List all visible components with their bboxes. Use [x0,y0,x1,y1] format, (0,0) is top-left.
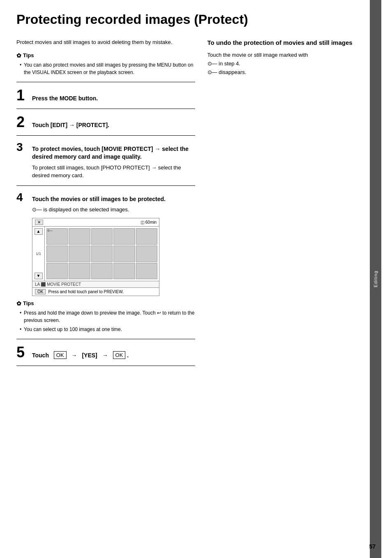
preview-text: Press and hold touch panel to PREVIEW. [48,289,123,294]
thumb-10[interactable] [136,245,157,262]
tips-icon-1: ✿ [16,52,21,59]
tips-title-1: ✿ Tips [16,52,195,59]
thumb-5[interactable] [136,228,157,245]
thumb-9[interactable] [113,245,135,262]
step-4-text: Touch the movies or still images to be p… [32,195,166,204]
camera-ui-nav: ▲ 1/1 ▼ [32,227,45,281]
thumb-15[interactable] [136,263,157,279]
divider-2 [16,109,195,109]
thumb-4[interactable] [113,228,135,245]
camera-ui-header: ✕ ◫ 60min [32,218,159,227]
camera-ui-screenshot: ✕ ◫ 60min ▲ 1/1 ▼ [32,218,159,296]
step-1-number: 1 [16,88,28,103]
side-tab-label: Editing [373,271,378,287]
step-5-arrow1: → [71,352,77,359]
thumb-14[interactable] [113,263,135,279]
col-right: To undo the protection of movies and sti… [208,38,354,366]
close-button[interactable]: ✕ [35,220,43,225]
battery-indicator: ◫ 60min [141,220,157,225]
camera-ui-grid: ▲ 1/1 ▼ [32,227,159,281]
col-left: Protect movies and still images to avoid… [16,38,195,366]
step-5-arrow2: → [102,352,108,359]
page-container: Protecting recorded images (Protect) Pro… [0,0,392,558]
two-col-layout: Protect movies and still images to avoid… [16,38,353,366]
divider-3 [16,135,195,136]
nav-up-btn[interactable]: ▲ [35,228,43,235]
tips-section-1: ✿ Tips You can also protect movies and s… [16,52,195,76]
step-5-yes: [YES] [82,352,97,359]
step-5-ok1: OK [54,351,67,359]
thumb-12[interactable] [69,263,90,279]
footer-label: LA ⬛ MOVIE PROTECT [35,282,81,287]
ok-button-camera[interactable]: OK [35,289,46,294]
camera-ui-footer: LA ⬛ MOVIE PROTECT [32,281,159,287]
step-3-number: 3 [16,141,28,153]
page-indicator: 1/1 [36,252,41,256]
step-4-subtext: ⊙— is displayed on the selected images. [32,206,195,214]
tips-icon-2: ✿ [16,300,21,307]
intro-text: Protect movies and still images to avoid… [16,38,195,46]
tips-section-2: ✿ Tips Press and hold the image down to … [16,300,195,333]
step-3-text: To protect movies, touch [MOVIE PROTECT]… [32,145,195,161]
thumb-13[interactable] [91,263,113,279]
right-line-3: ⊙— disappears. [208,68,354,77]
step-5-ok2: OK [113,351,126,359]
thumbnail-grid [45,227,159,281]
tips-item-2-1: Press and hold the image down to preview… [20,309,195,324]
thumb-2[interactable] [69,228,90,245]
tips-item-1-1: You can also protect movies and still im… [20,61,195,76]
step-5-period: . [127,352,129,359]
step-5-row: 5 Touch OK → [YES] → OK. [16,345,195,360]
right-section-text: Touch the movie or still image marked wi… [208,51,354,76]
side-tab: Editing [370,0,381,558]
right-line-2: ⊙— in step 4. [208,60,354,68]
tips-title-2: ✿ Tips [16,300,195,307]
tips-list-2: Press and hold the image down to preview… [16,309,195,333]
tips-list-1: You can also protect movies and still im… [16,61,195,76]
divider-4 [16,185,195,186]
step-5-text: Touch OK → [YES] → OK. [32,351,129,359]
divider-1 [16,82,195,82]
nav-down-btn[interactable]: ▼ [35,273,43,279]
step-1-text: Press the MODE button. [32,95,98,103]
thumb-1[interactable] [46,228,68,245]
page-title: Protecting recorded images (Protect) [16,12,353,27]
thumb-3[interactable] [91,228,113,245]
step-3-subtext: To protect still images, touch [PHOTO PR… [32,164,195,180]
main-content: Protecting recorded images (Protect) Pro… [0,0,370,558]
step-4-row: 4 Touch the movies or still images to be… [16,192,195,204]
page-number: 57 [369,543,376,550]
step-2-number: 2 [16,115,28,130]
thumb-7[interactable] [69,245,90,262]
step-2-row: 2 Touch [EDIT] → [PROTECT]. [16,115,195,130]
thumb-6[interactable] [46,245,68,262]
divider-5 [16,339,195,339]
thumb-8[interactable] [91,245,113,262]
step-5-number: 5 [16,345,28,360]
step-1-row: 1 Press the MODE button. [16,88,195,103]
camera-ui-ok-row: OK Press and hold touch panel to PREVIEW… [32,287,159,296]
step-2-text: Touch [EDIT] → [PROTECT]. [32,121,109,130]
step-5-touch: Touch [32,352,49,359]
step-3-row: 3 To protect movies, touch [MOVIE PROTEC… [16,141,195,161]
step-4-number: 4 [16,192,28,203]
tips-item-2-2: You can select up to 100 images at one t… [20,326,195,333]
bottom-divider [16,366,195,366]
thumb-11[interactable] [46,263,68,279]
right-line-1: Touch the movie or still image marked wi… [208,51,354,60]
right-section-title: To undo the protection of movies and sti… [208,38,354,47]
